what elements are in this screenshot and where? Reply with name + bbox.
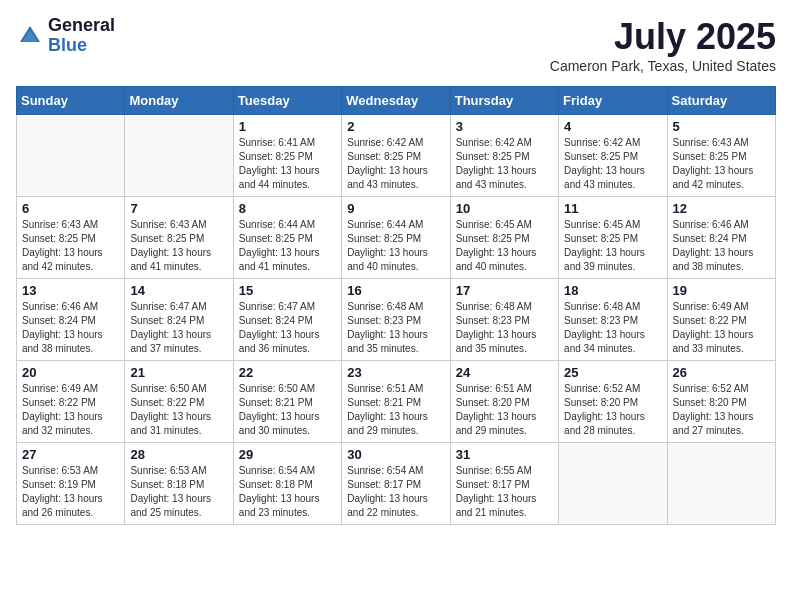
- day-info: Sunrise: 6:50 AM Sunset: 8:22 PM Dayligh…: [130, 382, 227, 438]
- table-row: 31Sunrise: 6:55 AM Sunset: 8:17 PM Dayli…: [450, 443, 558, 525]
- day-number: 28: [130, 447, 227, 462]
- day-number: 11: [564, 201, 661, 216]
- day-info: Sunrise: 6:44 AM Sunset: 8:25 PM Dayligh…: [239, 218, 336, 274]
- day-number: 7: [130, 201, 227, 216]
- day-number: 9: [347, 201, 444, 216]
- table-row: 18Sunrise: 6:48 AM Sunset: 8:23 PM Dayli…: [559, 279, 667, 361]
- day-info: Sunrise: 6:45 AM Sunset: 8:25 PM Dayligh…: [564, 218, 661, 274]
- table-row: 3Sunrise: 6:42 AM Sunset: 8:25 PM Daylig…: [450, 115, 558, 197]
- col-saturday: Saturday: [667, 87, 775, 115]
- day-number: 21: [130, 365, 227, 380]
- day-info: Sunrise: 6:43 AM Sunset: 8:25 PM Dayligh…: [673, 136, 770, 192]
- day-info: Sunrise: 6:52 AM Sunset: 8:20 PM Dayligh…: [673, 382, 770, 438]
- day-info: Sunrise: 6:51 AM Sunset: 8:21 PM Dayligh…: [347, 382, 444, 438]
- table-row: 16Sunrise: 6:48 AM Sunset: 8:23 PM Dayli…: [342, 279, 450, 361]
- day-info: Sunrise: 6:54 AM Sunset: 8:17 PM Dayligh…: [347, 464, 444, 520]
- day-number: 30: [347, 447, 444, 462]
- day-info: Sunrise: 6:49 AM Sunset: 8:22 PM Dayligh…: [22, 382, 119, 438]
- table-row: 1Sunrise: 6:41 AM Sunset: 8:25 PM Daylig…: [233, 115, 341, 197]
- day-number: 10: [456, 201, 553, 216]
- day-info: Sunrise: 6:48 AM Sunset: 8:23 PM Dayligh…: [456, 300, 553, 356]
- table-row: 27Sunrise: 6:53 AM Sunset: 8:19 PM Dayli…: [17, 443, 125, 525]
- table-row: 12Sunrise: 6:46 AM Sunset: 8:24 PM Dayli…: [667, 197, 775, 279]
- day-info: Sunrise: 6:46 AM Sunset: 8:24 PM Dayligh…: [22, 300, 119, 356]
- day-info: Sunrise: 6:48 AM Sunset: 8:23 PM Dayligh…: [564, 300, 661, 356]
- day-info: Sunrise: 6:43 AM Sunset: 8:25 PM Dayligh…: [130, 218, 227, 274]
- day-number: 27: [22, 447, 119, 462]
- table-row: 17Sunrise: 6:48 AM Sunset: 8:23 PM Dayli…: [450, 279, 558, 361]
- table-row: 8Sunrise: 6:44 AM Sunset: 8:25 PM Daylig…: [233, 197, 341, 279]
- table-row: 29Sunrise: 6:54 AM Sunset: 8:18 PM Dayli…: [233, 443, 341, 525]
- table-row: 11Sunrise: 6:45 AM Sunset: 8:25 PM Dayli…: [559, 197, 667, 279]
- table-row: 15Sunrise: 6:47 AM Sunset: 8:24 PM Dayli…: [233, 279, 341, 361]
- calendar-week-row: 13Sunrise: 6:46 AM Sunset: 8:24 PM Dayli…: [17, 279, 776, 361]
- day-number: 5: [673, 119, 770, 134]
- table-row: 6Sunrise: 6:43 AM Sunset: 8:25 PM Daylig…: [17, 197, 125, 279]
- table-row: [559, 443, 667, 525]
- table-row: 19Sunrise: 6:49 AM Sunset: 8:22 PM Dayli…: [667, 279, 775, 361]
- day-info: Sunrise: 6:42 AM Sunset: 8:25 PM Dayligh…: [456, 136, 553, 192]
- day-number: 17: [456, 283, 553, 298]
- logo-blue: Blue: [48, 36, 115, 56]
- table-row: 28Sunrise: 6:53 AM Sunset: 8:18 PM Dayli…: [125, 443, 233, 525]
- day-number: 24: [456, 365, 553, 380]
- location-subtitle: Cameron Park, Texas, United States: [550, 58, 776, 74]
- col-monday: Monday: [125, 87, 233, 115]
- table-row: [667, 443, 775, 525]
- page-header: General Blue July 2025 Cameron Park, Tex…: [16, 16, 776, 74]
- table-row: 21Sunrise: 6:50 AM Sunset: 8:22 PM Dayli…: [125, 361, 233, 443]
- title-block: July 2025 Cameron Park, Texas, United St…: [550, 16, 776, 74]
- day-info: Sunrise: 6:54 AM Sunset: 8:18 PM Dayligh…: [239, 464, 336, 520]
- table-row: 5Sunrise: 6:43 AM Sunset: 8:25 PM Daylig…: [667, 115, 775, 197]
- day-info: Sunrise: 6:48 AM Sunset: 8:23 PM Dayligh…: [347, 300, 444, 356]
- day-number: 1: [239, 119, 336, 134]
- day-info: Sunrise: 6:42 AM Sunset: 8:25 PM Dayligh…: [564, 136, 661, 192]
- calendar-week-row: 6Sunrise: 6:43 AM Sunset: 8:25 PM Daylig…: [17, 197, 776, 279]
- day-number: 20: [22, 365, 119, 380]
- logo-text: General Blue: [48, 16, 115, 56]
- day-number: 4: [564, 119, 661, 134]
- table-row: 4Sunrise: 6:42 AM Sunset: 8:25 PM Daylig…: [559, 115, 667, 197]
- logo-general: General: [48, 16, 115, 36]
- table-row: [125, 115, 233, 197]
- day-number: 19: [673, 283, 770, 298]
- table-row: 22Sunrise: 6:50 AM Sunset: 8:21 PM Dayli…: [233, 361, 341, 443]
- day-number: 26: [673, 365, 770, 380]
- day-info: Sunrise: 6:53 AM Sunset: 8:18 PM Dayligh…: [130, 464, 227, 520]
- table-row: 14Sunrise: 6:47 AM Sunset: 8:24 PM Dayli…: [125, 279, 233, 361]
- col-thursday: Thursday: [450, 87, 558, 115]
- table-row: 24Sunrise: 6:51 AM Sunset: 8:20 PM Dayli…: [450, 361, 558, 443]
- table-row: 10Sunrise: 6:45 AM Sunset: 8:25 PM Dayli…: [450, 197, 558, 279]
- day-info: Sunrise: 6:41 AM Sunset: 8:25 PM Dayligh…: [239, 136, 336, 192]
- day-number: 31: [456, 447, 553, 462]
- table-row: 25Sunrise: 6:52 AM Sunset: 8:20 PM Dayli…: [559, 361, 667, 443]
- table-row: [17, 115, 125, 197]
- calendar-week-row: 27Sunrise: 6:53 AM Sunset: 8:19 PM Dayli…: [17, 443, 776, 525]
- table-row: 23Sunrise: 6:51 AM Sunset: 8:21 PM Dayli…: [342, 361, 450, 443]
- table-row: 2Sunrise: 6:42 AM Sunset: 8:25 PM Daylig…: [342, 115, 450, 197]
- calendar-week-row: 1Sunrise: 6:41 AM Sunset: 8:25 PM Daylig…: [17, 115, 776, 197]
- day-info: Sunrise: 6:45 AM Sunset: 8:25 PM Dayligh…: [456, 218, 553, 274]
- calendar-table: Sunday Monday Tuesday Wednesday Thursday…: [16, 86, 776, 525]
- day-info: Sunrise: 6:42 AM Sunset: 8:25 PM Dayligh…: [347, 136, 444, 192]
- day-info: Sunrise: 6:49 AM Sunset: 8:22 PM Dayligh…: [673, 300, 770, 356]
- logo-icon: [16, 22, 44, 50]
- table-row: 7Sunrise: 6:43 AM Sunset: 8:25 PM Daylig…: [125, 197, 233, 279]
- day-number: 2: [347, 119, 444, 134]
- day-number: 16: [347, 283, 444, 298]
- table-row: 20Sunrise: 6:49 AM Sunset: 8:22 PM Dayli…: [17, 361, 125, 443]
- table-row: 13Sunrise: 6:46 AM Sunset: 8:24 PM Dayli…: [17, 279, 125, 361]
- day-number: 14: [130, 283, 227, 298]
- day-number: 23: [347, 365, 444, 380]
- col-wednesday: Wednesday: [342, 87, 450, 115]
- day-info: Sunrise: 6:55 AM Sunset: 8:17 PM Dayligh…: [456, 464, 553, 520]
- calendar-week-row: 20Sunrise: 6:49 AM Sunset: 8:22 PM Dayli…: [17, 361, 776, 443]
- day-number: 12: [673, 201, 770, 216]
- day-info: Sunrise: 6:53 AM Sunset: 8:19 PM Dayligh…: [22, 464, 119, 520]
- day-number: 13: [22, 283, 119, 298]
- table-row: 30Sunrise: 6:54 AM Sunset: 8:17 PM Dayli…: [342, 443, 450, 525]
- day-info: Sunrise: 6:47 AM Sunset: 8:24 PM Dayligh…: [130, 300, 227, 356]
- day-info: Sunrise: 6:52 AM Sunset: 8:20 PM Dayligh…: [564, 382, 661, 438]
- day-info: Sunrise: 6:46 AM Sunset: 8:24 PM Dayligh…: [673, 218, 770, 274]
- day-number: 22: [239, 365, 336, 380]
